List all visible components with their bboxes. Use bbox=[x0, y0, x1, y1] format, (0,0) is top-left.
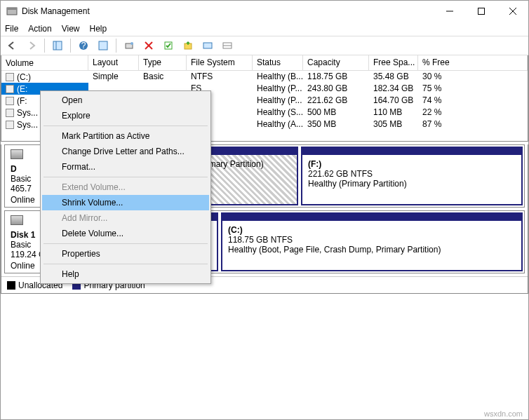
back-button[interactable] bbox=[4, 37, 20, 54]
svg-rect-17 bbox=[203, 43, 212, 48]
ctx-open[interactable]: Open bbox=[42, 93, 209, 108]
drive-icon bbox=[6, 73, 14, 81]
ctx-format[interactable]: Format... bbox=[42, 159, 209, 175]
toolbar: ? bbox=[1, 36, 528, 55]
forward-button[interactable] bbox=[23, 37, 40, 54]
window-title: Disk Management bbox=[22, 6, 434, 16]
ctx-shrink-volume[interactable]: Shrink Volume... bbox=[42, 195, 209, 210]
titlebar: Disk Management bbox=[1, 1, 528, 22]
ctx-properties[interactable]: Properties bbox=[42, 246, 209, 262]
col-type[interactable]: Type bbox=[139, 55, 187, 70]
menu-view[interactable]: View bbox=[62, 24, 80, 34]
disk-icon bbox=[11, 149, 23, 159]
disk-icon bbox=[11, 215, 23, 225]
col-volume[interactable]: Volume bbox=[1, 55, 88, 70]
col-status[interactable]: Status bbox=[253, 55, 303, 70]
svg-point-12 bbox=[130, 42, 133, 45]
col-layout[interactable]: Layout bbox=[88, 55, 139, 70]
ctx-help[interactable]: Help bbox=[42, 266, 209, 282]
drive-icon bbox=[6, 97, 14, 105]
ctx-extend-volume: Extend Volume... bbox=[42, 179, 209, 195]
close-button[interactable] bbox=[497, 1, 528, 22]
col-filesystem[interactable]: File System bbox=[187, 55, 253, 70]
drive-icon bbox=[6, 85, 14, 93]
ctx-change-drive-letter[interactable]: Change Drive Letter and Paths... bbox=[42, 144, 209, 159]
minimize-button[interactable] bbox=[434, 1, 465, 22]
ctx-explore[interactable]: Explore bbox=[42, 108, 209, 123]
col-capacity[interactable]: Capacity bbox=[303, 55, 369, 70]
drive-icon bbox=[6, 109, 14, 117]
watermark: wsxdn.com bbox=[484, 409, 523, 418]
action2-button[interactable] bbox=[180, 37, 196, 54]
show-hide-console-button[interactable] bbox=[49, 37, 66, 54]
col-free[interactable]: Free Spa... bbox=[369, 55, 418, 70]
ctx-add-mirror: Add Mirror... bbox=[42, 210, 209, 226]
refresh-button[interactable] bbox=[121, 37, 138, 54]
context-menu: Open Explore Mark Partition as Active Ch… bbox=[40, 90, 211, 284]
action3-button[interactable] bbox=[199, 37, 216, 54]
delete-button[interactable] bbox=[140, 37, 157, 54]
volume-header: Volume Layout Type File System Status Ca… bbox=[1, 55, 528, 71]
app-icon bbox=[6, 6, 18, 17]
maximize-button[interactable] bbox=[465, 1, 497, 22]
ctx-mark-active[interactable]: Mark Partition as Active bbox=[42, 128, 209, 144]
svg-rect-3 bbox=[478, 8, 484, 15]
help-button[interactable]: ? bbox=[75, 37, 92, 54]
menu-action[interactable]: Action bbox=[28, 24, 51, 34]
svg-text:?: ? bbox=[81, 41, 86, 50]
settings-button[interactable] bbox=[95, 37, 112, 54]
menu-help[interactable]: Help bbox=[90, 24, 107, 34]
menubar: File Action View Help bbox=[1, 22, 528, 36]
action1-button[interactable] bbox=[160, 37, 177, 54]
partition-box[interactable]: (F:) 221.62 GB NTFS Healthy (Primary Par… bbox=[301, 147, 523, 205]
table-row[interactable]: (C:) Simple Basic NTFS Healthy (B... 118… bbox=[1, 71, 528, 83]
col-pctfree[interactable]: % Free bbox=[418, 55, 528, 70]
action4-button[interactable] bbox=[219, 37, 236, 54]
svg-rect-10 bbox=[99, 41, 107, 50]
drive-icon bbox=[6, 121, 14, 129]
partition-box[interactable]: (C:) 118.75 GB NTFS Healthy (Boot, Page … bbox=[221, 212, 523, 271]
menu-file[interactable]: File bbox=[5, 24, 18, 34]
ctx-delete-volume[interactable]: Delete Volume... bbox=[42, 226, 209, 241]
svg-rect-6 bbox=[53, 41, 62, 50]
svg-rect-1 bbox=[7, 8, 17, 10]
